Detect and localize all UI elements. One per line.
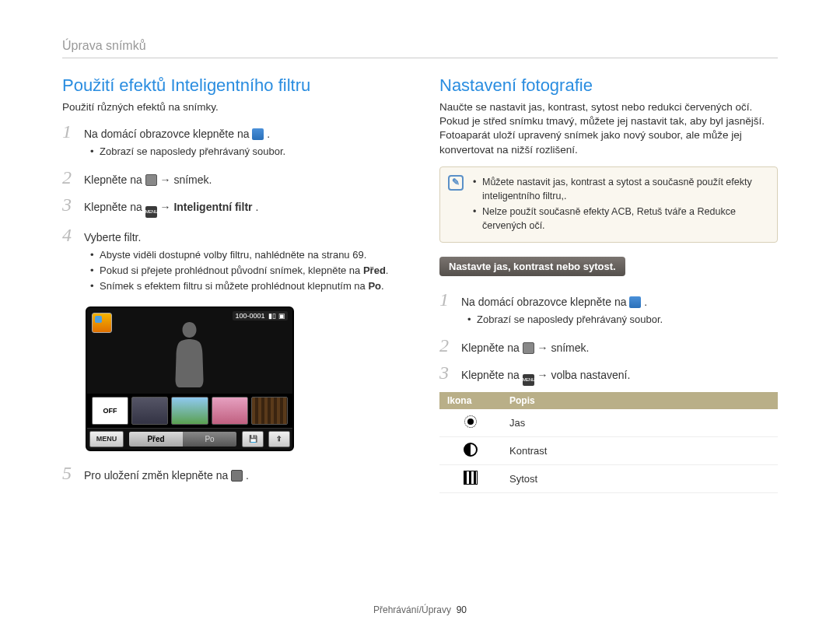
album-icon [629,296,641,308]
right-column: Nastavení fotografie Naučte se nastavit … [439,75,778,493]
step-number: 2 [439,336,453,355]
filter-thumbnails: OFF [87,394,292,428]
step4-text: Vyberte filtr. [84,231,141,243]
image-counter: 100-0001 ▮▯ ▣ [233,311,288,321]
table-row: Jas [439,409,778,437]
step-5: 5 Pro uložení změn klepněte na . [62,464,401,483]
left-desc: Použití různých efektů na snímky. [62,100,401,114]
menu-icon: MENU [523,374,534,386]
silhouette-preview [169,316,212,390]
filter-mode-icon [92,313,112,333]
save-icon [231,470,243,482]
contrast-icon [464,443,478,457]
table-row: Sytost [439,465,778,493]
step1-text-a: Na domácí obrazovce klepněte na [84,128,252,140]
left-heading: Použití efektů Inteligentního filtru [62,75,401,96]
row-saturation-label: Sytost [502,465,778,493]
step3-text-b: . [255,201,258,213]
step-number: 4 [62,226,76,244]
step2-text-b: snímek. [173,173,212,186]
step-number: 2 [62,168,76,187]
thumb-filter-2[interactable] [171,397,208,425]
album-icon [252,128,264,140]
thumb-off[interactable]: OFF [92,397,128,425]
step3-bold: Inteligentní filtr [173,201,252,213]
arrow-icon: → [160,201,174,213]
page-footer: Přehrávání/Úpravy 90 [0,604,840,615]
step-1: 1 Na domácí obrazovce klepněte na . Zobr… [62,122,401,160]
settings-table: Ikona Popis Jas Kontrast Sytost [439,392,778,493]
rstep2-text-b: snímek. [551,342,589,354]
thumb-filter-4[interactable] [251,397,288,425]
note-bullet-1: Můžete nastavit jas, kontrast a sytost a… [473,175,768,203]
arrow-icon: → [537,369,551,381]
rstep3-text-a: Klepněte na [461,369,523,381]
footer-section: Přehrávání/Úpravy [373,604,451,615]
step3-text-a: Klepněte na [84,201,145,213]
rstep1-text-b: . [644,296,647,308]
step4-bullet1: Abyste viděli dostupné volby filtru, nah… [90,248,401,262]
step1-bullet: Zobrazí se naposledy přehrávaný soubor. [90,145,401,159]
step-number: 1 [439,290,453,309]
step5-text-b: . [246,469,249,482]
r-step-3: 3 Klepněte na MENU → volba nastavení. [439,363,778,386]
step-number: 1 [62,122,76,141]
saturation-icon [464,471,478,485]
row-contrast-label: Kontrast [502,437,778,465]
note-box: ✎ Můžete nastavit jas, kontrast a sytost… [439,166,778,243]
before-after-toggle[interactable]: Před Po [128,431,237,447]
before-tab[interactable]: Před [129,432,183,447]
right-desc: Naučte se nastavit jas, kontrast, sytost… [439,100,778,157]
step5-text-a: Pro uložení změn klepněte na [84,469,231,482]
subsection-pill: Nastavte jas, kontrast nebo sytost. [439,257,625,276]
row-brightness-label: Jas [502,409,778,437]
step-3: 3 Klepněte na MENU → Inteligentní filtr … [62,195,401,218]
arrow-icon: → [160,173,174,186]
right-heading: Nastavení fotografie [439,75,778,96]
step-4: 4 Vyberte filtr. Abyste viděli dostupné … [62,226,401,295]
th-icon: Ikona [439,392,502,409]
step-number: 3 [62,195,76,214]
screen-bottom-bar: MENU Před Po 💾 ⇪ [87,428,292,450]
camera-screen-mockup: 100-0001 ▮▯ ▣ OFF MENU Před Po 💾 [86,306,294,451]
save-button[interactable]: 💾 [242,431,264,447]
note-icon: ✎ [448,175,464,191]
export-button[interactable]: ⇪ [268,431,290,447]
step-number: 3 [439,363,453,382]
playback-icon [145,174,157,186]
left-column: Použití efektů Inteligentního filtru Pou… [62,75,401,493]
step-number: 5 [62,464,76,482]
note-bullet-2: Nelze použít současně efekty ACB, Retuš … [473,205,768,233]
r-step-1: 1 Na domácí obrazovce klepněte na . Zobr… [439,290,778,328]
menu-button[interactable]: MENU [89,431,124,447]
thumb-filter-1[interactable] [131,397,168,425]
rstep3-text-b: volba nastavení. [551,369,630,381]
step1-text-b: . [267,128,270,140]
step4-bullet3: Snímek s efektem filtru si můžete prohlé… [90,279,401,293]
rstep1-bullet: Zobrazí se naposledy přehrávaný soubor. [467,313,778,327]
brightness-icon [464,415,478,429]
rstep1-text-a: Na domácí obrazovce klepněte na [461,296,629,308]
page-number: 90 [457,604,467,615]
thumb-filter-3[interactable] [212,397,248,425]
step4-bullet2: Pokud si přejete prohlédnout původní sní… [90,264,401,278]
breadcrumb: Úprava snímků [62,39,778,58]
r-step-2: 2 Klepněte na → snímek. [439,336,778,356]
arrow-icon: → [537,342,551,354]
th-desc: Popis [502,392,778,409]
menu-icon: MENU [145,206,157,218]
table-row: Kontrast [439,437,778,465]
rstep2-text-a: Klepněte na [461,342,523,354]
after-tab[interactable]: Po [183,432,236,447]
playback-icon [523,342,534,354]
step2-text-a: Klepněte na [84,173,145,186]
step-2: 2 Klepněte na → snímek. [62,168,401,187]
